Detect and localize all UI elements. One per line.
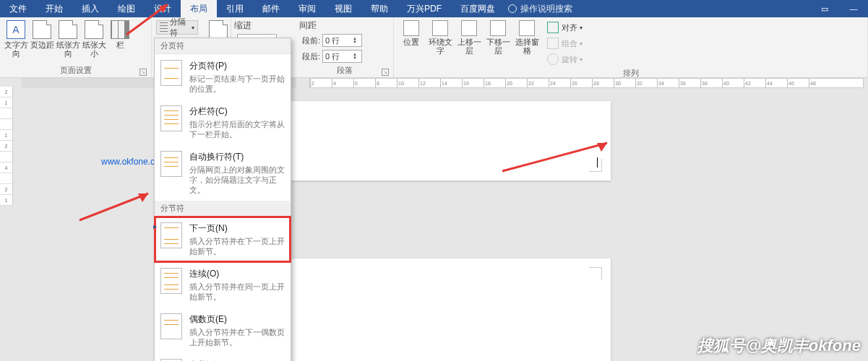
- paper-icon: [209, 20, 228, 39]
- menu-item-page-break[interactable]: 分页符(P)标记一页结束与下一页开始的位置。: [155, 54, 291, 100]
- margin-corner-icon: [589, 267, 602, 280]
- position-button[interactable]: 位置: [397, 19, 426, 68]
- text-direction-icon: A: [7, 20, 25, 39]
- tab-view[interactable]: 视图: [325, 0, 361, 17]
- tab-baidu[interactable]: 百度网盘: [451, 0, 504, 17]
- align-icon: [547, 22, 559, 33]
- even-page-icon: [160, 313, 182, 339]
- size-button[interactable]: 纸张大小: [81, 19, 107, 65]
- caret-down-icon: ▾: [192, 25, 194, 31]
- group-objects-button[interactable]: 组合 ▾: [544, 36, 585, 51]
- selection-pane-icon: [519, 20, 535, 36]
- forward-icon: [461, 20, 477, 36]
- margins-button[interactable]: 页边距: [29, 19, 55, 65]
- align-button[interactable]: 对齐 ▾: [544, 20, 585, 35]
- page-break-icon: [160, 60, 182, 86]
- group-spacing: 间距 段前: 0 行▲▼ 段后: 0 行▲▼ 段落 ↘: [296, 17, 394, 77]
- margins-icon: [33, 20, 51, 39]
- columns-icon: [111, 20, 129, 39]
- columns-button[interactable]: 栏: [107, 19, 133, 65]
- tab-design[interactable]: 设计: [145, 0, 181, 17]
- after-label: 段后:: [302, 51, 320, 62]
- group-arrange: 位置 环绕文 字 上移一层 下移一层 选择窗格 对齐 ▾ 组合 ▾ 旋转 ▾ 排…: [394, 17, 868, 77]
- size-icon: [85, 20, 103, 39]
- menu-item-odd-page[interactable]: 奇数页(D)插入分节符并在下一奇数页上开始新节。: [155, 353, 291, 361]
- ribbon-tabstrip: 文件 开始 插入 绘图 设计 布局 引用 邮件 审阅 视图 帮助 万兴PDF 百…: [0, 0, 868, 17]
- tab-mailings[interactable]: 邮件: [253, 0, 289, 17]
- tab-references[interactable]: 引用: [217, 0, 253, 17]
- orientation-icon: [59, 20, 77, 39]
- tab-review[interactable]: 审阅: [289, 0, 325, 17]
- breaks-dropdown-button[interactable]: 分隔符 ▾: [156, 20, 198, 35]
- spacing-before-spin[interactable]: 0 行▲▼: [322, 34, 362, 47]
- rotate-button[interactable]: 旋转 ▾: [544, 52, 585, 66]
- tab-file[interactable]: 文件: [0, 0, 36, 17]
- lightbulb-icon: [508, 4, 517, 13]
- group-icon: [547, 38, 559, 49]
- tab-insert[interactable]: 插入: [72, 0, 108, 17]
- dropdown-section-section-breaks: 分节符: [155, 201, 291, 217]
- orientation-button[interactable]: 纸张方向: [55, 19, 81, 65]
- wrap-icon: [432, 20, 448, 36]
- text-direction-button[interactable]: A 文字方向: [3, 19, 29, 65]
- send-backward-button[interactable]: 下移一层: [484, 19, 512, 68]
- ribbon: A 文字方向 页边距 纸张方向 纸张大小 栏 页面设置 ↘: [0, 17, 868, 78]
- menu-item-even-page[interactable]: 偶数页(E)插入分节符并在下一偶数页上开始新节。: [155, 308, 291, 353]
- group-page-setup: A 文字方向 页边距 纸张方向 纸张大小 栏 页面设置 ↘: [0, 17, 152, 77]
- ribbon-options-button[interactable]: ▭: [810, 0, 839, 17]
- backward-icon: [490, 20, 506, 36]
- selection-pane-button[interactable]: 选择窗格: [512, 19, 541, 68]
- indent-heading: 缩进: [234, 19, 293, 32]
- position-icon: [403, 20, 419, 36]
- tab-wanxing[interactable]: 万兴PDF: [398, 0, 451, 17]
- rotate-icon: [547, 53, 559, 65]
- menu-item-next-page[interactable]: 下一页(N)插入分节符并在下一页上开始新节。: [155, 217, 291, 262]
- tab-home[interactable]: 开始: [36, 0, 72, 17]
- breaks-icon: [160, 22, 168, 32]
- minimize-button[interactable]: —: [839, 0, 868, 17]
- watermark-credit: 搜狐号@奥凯丰okfone: [697, 335, 861, 357]
- continuous-icon: [160, 268, 182, 294]
- vertical-ruler[interactable]: 2112421: [0, 87, 13, 206]
- tab-help[interactable]: 帮助: [361, 0, 398, 17]
- tab-layout[interactable]: 布局: [181, 0, 217, 17]
- tell-me-placeholder: 操作说明搜索: [520, 3, 572, 15]
- tell-me-search[interactable]: 操作说明搜索: [508, 0, 572, 17]
- column-break-icon: [160, 105, 182, 131]
- before-label: 段前:: [302, 35, 320, 46]
- paragraph-launcher[interactable]: ↘: [382, 69, 389, 76]
- page-setup-launcher[interactable]: ↘: [139, 69, 147, 76]
- tab-draw[interactable]: 绘图: [108, 0, 145, 17]
- group-label-page-setup: 页面设置 ↘: [3, 65, 148, 77]
- horizontal-ruler[interactable]: 2468101214161820222426283032343638404244…: [22, 78, 864, 88]
- wrap-break-icon: [160, 151, 182, 177]
- wrap-text-button[interactable]: 环绕文 字: [426, 19, 455, 68]
- menu-item-column-break[interactable]: 分栏符(C)指示分栏符后面的文字将从下一栏开始。: [155, 100, 291, 145]
- menu-item-continuous[interactable]: 连续(O)插入分节符并在同一页上开始新节。: [155, 262, 291, 308]
- dropdown-section-page-breaks: 分页符: [155, 38, 291, 54]
- margin-corner-icon: [589, 159, 602, 172]
- document-workspace: 2468101214161820222426283032343638404244…: [0, 78, 868, 361]
- next-page-icon: [160, 222, 182, 248]
- group-label-paragraph: 段落 ↘: [299, 65, 390, 77]
- bring-forward-button[interactable]: 上移一层: [455, 19, 484, 68]
- spacing-after-spin[interactable]: 0 行▲▼: [322, 50, 362, 63]
- window-controls: ▭ —: [810, 0, 868, 17]
- breaks-dropdown-menu: 分页符 分页符(P)标记一页结束与下一页开始的位置。 分栏符(C)指示分栏符后面…: [154, 38, 291, 361]
- text-cursor: [597, 157, 598, 168]
- menu-item-text-wrapping-break[interactable]: 自动换行符(T)分隔网页上的对象周围的文字，如分隔题注文字与正文。: [155, 145, 291, 201]
- spacing-heading: 间距: [299, 19, 390, 32]
